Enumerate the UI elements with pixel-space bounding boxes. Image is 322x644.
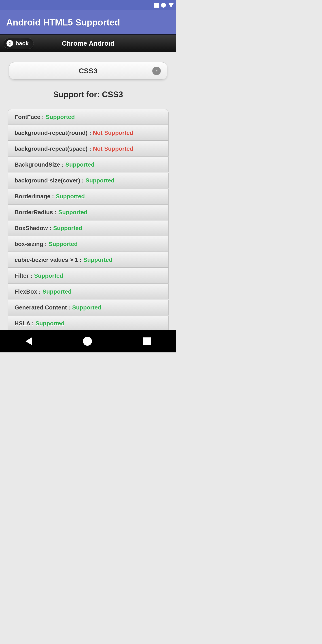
section-heading: Support for: CSS3 [9, 90, 167, 99]
app-title: Android HTML5 Supported [6, 18, 120, 28]
feature-name: BorderRadius : [14, 209, 56, 216]
back-button[interactable]: back [4, 38, 34, 49]
category-select[interactable]: CSS3 [9, 62, 167, 80]
status-square-icon [154, 3, 159, 8]
feature-name: FlexBox : [14, 288, 41, 295]
feature-status: Supported [56, 193, 85, 200]
feature-status: Supported [53, 225, 82, 232]
feature-status: Supported [46, 114, 75, 120]
back-button-label: back [16, 40, 28, 47]
nav-back-button[interactable] [26, 338, 32, 345]
feature-row[interactable]: background-repeat(round) : Not Supported [8, 125, 168, 141]
feature-status: Supported [72, 304, 101, 311]
feature-row[interactable]: Generated Content : Supported [8, 300, 168, 315]
feature-row[interactable]: BorderImage : Supported [8, 188, 168, 204]
feature-name: box-sizing : [14, 240, 47, 248]
feature-status: Not Supported [93, 145, 133, 152]
feature-status: Supported [48, 240, 78, 248]
feature-name: Filter : [14, 272, 32, 279]
feature-row[interactable]: background-repeat(space) : Not Supported [8, 141, 168, 156]
feature-status: Not Supported [93, 130, 133, 136]
feature-row[interactable]: cubic-bezier values > 1 : Supported [8, 252, 168, 268]
feature-list[interactable]: FontFace : Supportedbackground-repeat(ro… [8, 109, 168, 347]
feature-name: BackgroundSize : [14, 161, 64, 168]
android-nav-bar [0, 330, 176, 352]
section-heading-subject: CSS3 [102, 90, 123, 99]
feature-status: Supported [86, 177, 114, 184]
status-circle-icon [161, 3, 166, 8]
nav-recent-button[interactable] [143, 338, 151, 345]
feature-row[interactable]: BorderRadius : Supported [8, 204, 168, 220]
feature-name: BorderImage : [14, 193, 54, 200]
back-arrow-icon [6, 40, 13, 47]
feature-name: background-repeat(space) : [14, 145, 91, 152]
feature-row[interactable]: box-sizing : Supported [8, 236, 168, 252]
feature-name: BoxShadow : [14, 225, 52, 232]
feature-name: cubic-bezier values > 1 : [14, 256, 82, 264]
feature-status: Supported [42, 288, 72, 295]
feature-row[interactable]: BoxShadow : Supported [8, 220, 168, 236]
feature-row[interactable]: FlexBox : Supported [8, 284, 168, 300]
feature-row[interactable]: BackgroundSize : Supported [8, 157, 168, 172]
chevron-down-icon [152, 67, 161, 75]
app-bar: Android HTML5 Supported [0, 10, 176, 34]
nav-home-button[interactable] [83, 337, 92, 346]
feature-name: Generated Content : [14, 304, 70, 311]
category-select-value: CSS3 [79, 67, 98, 75]
feature-status: Supported [66, 161, 94, 168]
feature-status: Supported [36, 320, 64, 327]
content-area: CSS3 Support for: CSS3 FontFace : Suppor… [0, 52, 176, 347]
feature-name: HSLA : [14, 320, 34, 327]
feature-row[interactable]: background-size(cover) : Supported [8, 173, 168, 188]
section-heading-prefix: Support for: [53, 90, 102, 99]
feature-status: Supported [84, 256, 112, 264]
feature-name: background-size(cover) : [14, 177, 84, 184]
feature-name: FontFace : [14, 114, 44, 120]
feature-status: Supported [34, 272, 63, 279]
android-status-bar [0, 0, 176, 10]
feature-row[interactable]: FontFace : Supported [8, 109, 168, 125]
feature-row[interactable]: Filter : Supported [8, 268, 168, 284]
feature-status: Supported [58, 209, 88, 216]
feature-row[interactable]: HSLA : Supported [8, 316, 168, 331]
page-toolbar: back Chrome Android [0, 34, 176, 52]
feature-name: background-repeat(round) : [14, 130, 91, 136]
status-triangle-icon [168, 3, 174, 8]
